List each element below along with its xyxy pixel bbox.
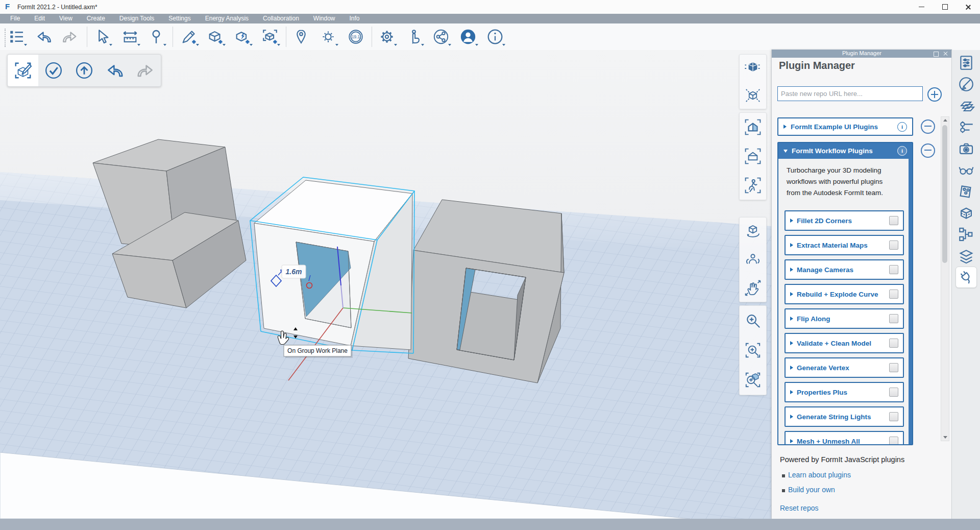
look-around-button[interactable]	[744, 251, 762, 269]
scroll-up-icon[interactable]	[943, 119, 947, 122]
panel-title-bar[interactable]: Plugin Manager	[772, 50, 952, 58]
scenes-icon[interactable]	[958, 140, 975, 157]
zoom-in-button[interactable]	[744, 311, 762, 330]
primitives-tool-icon[interactable]	[207, 28, 224, 45]
plugin-item[interactable]: Manage Cameras	[785, 259, 904, 280]
panel-scrollbar[interactable]	[941, 116, 949, 441]
section-example-ui-plugins[interactable]: FormIt Example UI Plugins i	[777, 117, 913, 136]
view-shaded-button[interactable]	[744, 118, 762, 136]
3d-canvas[interactable]: 1.6m On Group Work Plane	[0, 50, 771, 519]
section-workflow-header[interactable]: FormIt Workflow Plugins i	[778, 143, 912, 159]
section-scrollbar[interactable]	[909, 159, 912, 444]
levels-icon[interactable]	[958, 118, 975, 136]
box-right[interactable]	[408, 200, 564, 383]
plugin-item[interactable]: Flip Along	[785, 308, 904, 329]
isolate-object-button[interactable]	[744, 86, 762, 105]
cutouts-icon[interactable]	[958, 183, 975, 200]
plugin-checkbox[interactable]	[889, 314, 898, 323]
plugin-item[interactable]: Generate String Lights	[785, 406, 904, 427]
toolbar-drag-handle[interactable]	[5, 29, 6, 47]
undo-icon[interactable]	[35, 28, 53, 45]
select-tool-icon[interactable]	[93, 28, 111, 45]
walk-through-button[interactable]	[744, 176, 762, 195]
draw-tool-icon[interactable]	[180, 28, 198, 45]
plugin-checkbox[interactable]	[889, 437, 898, 445]
plugin-checkbox[interactable]	[889, 265, 898, 274]
zoom-to-fit-button[interactable]	[744, 371, 762, 389]
view-wireframe-button[interactable]	[744, 147, 762, 165]
location-icon[interactable]	[292, 28, 310, 45]
menu-file[interactable]: File	[3, 14, 27, 23]
plugin-item[interactable]: Mesh + Unmesh All	[785, 431, 904, 445]
section-planes-icon[interactable]	[958, 204, 975, 222]
reset-repos-link[interactable]: Reset repos	[780, 504, 818, 512]
plugin-checkbox[interactable]	[889, 363, 898, 372]
viewport[interactable]: 1.6m On Group Work Plane	[0, 50, 771, 519]
context-undo-button[interactable]	[100, 55, 130, 86]
zoom-window-button[interactable]	[744, 341, 762, 359]
scroll-down-icon[interactable]	[943, 436, 947, 439]
panel-close-icon[interactable]	[943, 51, 948, 56]
measure-tool-icon[interactable]	[121, 28, 139, 45]
menu-collaboration[interactable]: Collaboration	[256, 14, 306, 23]
finish-editing-button[interactable]	[38, 55, 69, 86]
box-right-opening[interactable]	[457, 268, 526, 360]
plugin-checkbox[interactable]	[889, 412, 898, 421]
plugin-item[interactable]: Extract Material Maps	[785, 235, 904, 255]
visual-styles-icon[interactable]	[958, 161, 975, 179]
share-icon[interactable]	[432, 28, 450, 45]
settings-icon[interactable]	[378, 28, 396, 45]
menu-view[interactable]: View	[52, 14, 80, 23]
selected-cube[interactable]	[254, 180, 412, 350]
remove-repo-button-2[interactable]	[921, 143, 935, 158]
close-button[interactable]	[957, 0, 980, 14]
shadows-icon[interactable]	[320, 28, 337, 45]
touch-mode-icon[interactable]	[405, 28, 423, 45]
scroll-thumb[interactable]	[942, 125, 947, 263]
account-icon[interactable]	[459, 28, 477, 45]
plugin-checkbox[interactable]	[889, 290, 898, 299]
group-tool-icon[interactable]	[261, 28, 279, 45]
pan-button[interactable]	[744, 279, 762, 297]
plugin-checkbox[interactable]	[889, 216, 898, 225]
menu-create[interactable]: Create	[80, 14, 112, 23]
plugin-checkbox[interactable]	[889, 240, 898, 250]
menu-settings[interactable]: Settings	[161, 14, 198, 23]
orbit-button[interactable]	[744, 223, 762, 241]
repo-url-input[interactable]	[777, 86, 923, 101]
info-icon[interactable]	[486, 28, 504, 45]
plugin-item[interactable]: Validate + Clean Model	[785, 333, 904, 353]
levels-badge-icon[interactable]: 19.1	[347, 28, 364, 45]
materials-icon[interactable]	[958, 76, 975, 93]
content-library-icon[interactable]	[958, 226, 975, 243]
import-3d-tool-icon[interactable]	[234, 28, 251, 45]
section-info-icon[interactable]: i	[897, 122, 907, 132]
minimize-button[interactable]	[910, 0, 933, 14]
main-menu-icon[interactable]	[8, 28, 26, 45]
dimension-label[interactable]: 1.6m	[282, 265, 306, 278]
plugin-item[interactable]: Fillet 2D Corners	[785, 210, 904, 231]
up-one-level-button[interactable]	[69, 55, 100, 86]
plugin-checkbox[interactable]	[889, 388, 898, 397]
build-your-own-link[interactable]: Build your own	[788, 486, 835, 494]
plugins-icon[interactable]	[955, 267, 977, 288]
menu-info[interactable]: Info	[342, 14, 367, 23]
menu-energy-analysis[interactable]: Energy Analysis	[198, 14, 256, 23]
menu-edit[interactable]: Edit	[27, 14, 52, 23]
plugin-item[interactable]: Properties Plus	[785, 382, 904, 402]
redo-icon[interactable]	[61, 28, 79, 45]
plugin-checkbox[interactable]	[889, 339, 898, 348]
plugin-item[interactable]: Rebuild + Explode Curve	[785, 284, 904, 304]
menu-window[interactable]: Window	[306, 14, 342, 23]
edit-in-place-button[interactable]	[8, 55, 38, 86]
add-repo-button[interactable]	[927, 87, 942, 102]
properties-panel-icon[interactable]	[958, 54, 975, 71]
learn-about-plugins-link[interactable]: Learn about plugins	[788, 471, 851, 479]
plugin-item[interactable]: Generate Vertex	[785, 357, 904, 378]
fit-selection-button[interactable]	[744, 59, 762, 78]
panel-float-icon[interactable]	[934, 52, 939, 57]
place-pin-tool-icon[interactable]	[148, 28, 165, 45]
layers-icon[interactable]	[958, 97, 975, 114]
maximize-button[interactable]	[933, 0, 957, 14]
section-info-icon[interactable]: i	[897, 146, 907, 156]
